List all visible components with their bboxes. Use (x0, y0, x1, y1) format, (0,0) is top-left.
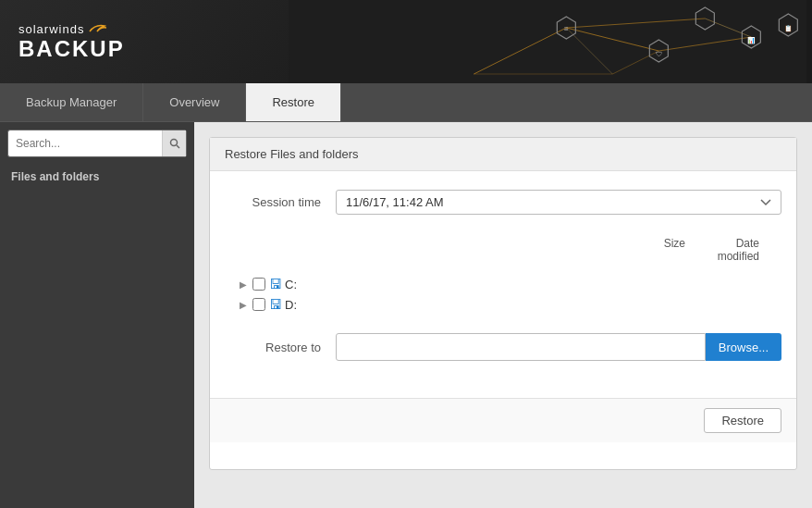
sidebar: Files and folders (0, 122, 194, 508)
sidebar-files-folders-label: Files and folders (7, 167, 187, 187)
restore-to-wrap: Browse... (336, 333, 781, 361)
checkbox-c[interactable] (252, 278, 265, 291)
expand-c-icon[interactable]: ▶ (240, 279, 252, 290)
panel-footer: Restore (210, 398, 796, 442)
drive-c-label: C: (285, 278, 297, 291)
nav-restore[interactable]: Restore (246, 83, 341, 121)
checkbox-d[interactable] (252, 298, 265, 311)
tree-item-d: ▶ 🖫 D: (240, 294, 767, 315)
logo-solarwinds-text: solarwinds (18, 22, 84, 36)
search-input[interactable] (8, 132, 162, 155)
drive-c-icon: 🖫 (269, 277, 282, 291)
network-background: ≡ 📊 📋 🛡 (284, 0, 812, 83)
svg-text:📋: 📋 (784, 24, 793, 32)
restore-panel: Restore Files and folders Session time 1… (209, 137, 797, 470)
file-tree: ▶ 🖫 C: ▶ 🖫 D: (225, 270, 781, 318)
session-time-row: Session time 11/6/17, 11:42 AM (225, 190, 781, 215)
svg-rect-0 (289, 0, 807, 83)
search-button[interactable] (162, 130, 186, 156)
search-bar (7, 130, 187, 157)
content-area: Restore Files and folders Session time 1… (194, 122, 812, 508)
session-time-label: Session time (225, 195, 336, 209)
restore-panel-title: Restore Files and folders (210, 138, 796, 171)
expand-d-icon[interactable]: ▶ (240, 300, 252, 310)
logo-bird-icon (88, 22, 106, 35)
col-date-modified: Date modified (693, 237, 767, 263)
file-column-headers: Size Date modified (225, 233, 781, 266)
restore-to-input[interactable] (336, 333, 706, 361)
col-size: Size (619, 237, 693, 263)
header: ≡ 📊 📋 🛡 solarwinds BACKUP (0, 0, 812, 83)
session-time-wrap: 11/6/17, 11:42 AM (336, 190, 781, 215)
search-icon (169, 138, 180, 149)
tree-item-c: ▶ 🖫 C: (240, 274, 767, 294)
drive-d-label: D: (285, 298, 297, 312)
main-layout: Files and folders Restore Files and fold… (0, 122, 812, 508)
navbar: Backup Manager Overview Restore (0, 83, 812, 122)
nav-overview[interactable]: Overview (143, 83, 246, 121)
svg-line-19 (177, 145, 179, 148)
svg-text:≡: ≡ (564, 25, 569, 33)
svg-text:📊: 📊 (747, 36, 756, 44)
logo: solarwinds BACKUP (18, 22, 125, 62)
svg-point-18 (170, 140, 177, 146)
svg-text:🛡: 🛡 (656, 51, 662, 57)
drive-d-icon: 🖫 (269, 297, 282, 312)
browse-button[interactable]: Browse... (706, 333, 781, 361)
nav-backup-manager[interactable]: Backup Manager (0, 83, 143, 121)
restore-button[interactable]: Restore (704, 408, 781, 433)
restore-panel-body: Session time 11/6/17, 11:42 AM Size Date… (210, 171, 796, 398)
restore-to-label: Restore to (225, 341, 336, 354)
session-time-select[interactable]: 11/6/17, 11:42 AM (336, 190, 781, 215)
restore-to-row: Restore to Browse... (225, 333, 781, 361)
logo-backup-text: BACKUP (18, 36, 125, 62)
